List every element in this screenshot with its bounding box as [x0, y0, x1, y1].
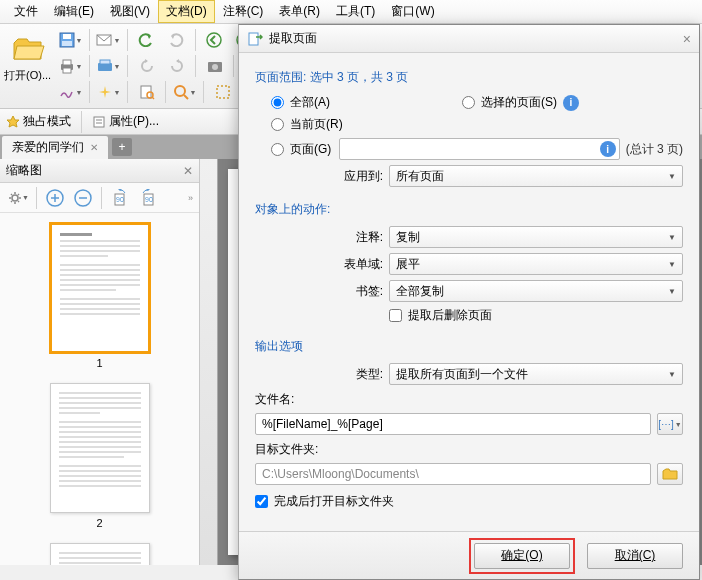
radio-all[interactable]: 全部(A): [271, 94, 330, 111]
info-icon[interactable]: i: [563, 95, 579, 111]
prev-button[interactable]: [201, 28, 228, 52]
scanner-icon: [97, 59, 113, 73]
thumbnail-list[interactable]: 1 2: [0, 213, 199, 565]
folder-input[interactable]: [255, 463, 651, 485]
radio-selected-input[interactable]: [462, 96, 475, 109]
sign-button[interactable]: ▼: [57, 80, 84, 104]
dialog-title: 提取页面: [269, 30, 317, 47]
svg-point-4: [207, 33, 221, 47]
open-after-checkbox[interactable]: 完成后打开目标文件夹: [255, 493, 394, 510]
document-tab[interactable]: 亲爱的同学们 ✕: [2, 136, 108, 159]
thumb-rotate-cw-button[interactable]: 90: [136, 186, 160, 210]
new-button[interactable]: ▼: [95, 80, 122, 104]
rotate-cw-icon: [169, 59, 185, 73]
find-button[interactable]: [133, 80, 160, 104]
folder-icon: [662, 467, 678, 481]
pages-input[interactable]: [339, 138, 620, 160]
delete-after-input[interactable]: [389, 309, 402, 322]
thumb-zoom-in-button[interactable]: [43, 186, 67, 210]
menu-form[interactable]: 表单(R): [271, 0, 328, 23]
properties-label: 属性(P)...: [109, 113, 159, 130]
menu-window[interactable]: 窗口(W): [383, 0, 442, 23]
folder-label: 目标文件夹:: [255, 441, 683, 458]
scan-button[interactable]: ▼: [95, 54, 122, 78]
thumbnail-close-icon[interactable]: ✕: [183, 164, 193, 178]
rotate-cw-button[interactable]: [163, 54, 190, 78]
menu-comment[interactable]: 注释(C): [215, 0, 272, 23]
star-icon: [6, 115, 20, 129]
thumbnail-item[interactable]: [10, 543, 189, 565]
folder-browse-button[interactable]: [657, 463, 683, 485]
thumbnail-toolbar: ▼ 90 90 »: [0, 183, 199, 213]
thumb-more-icon[interactable]: »: [188, 193, 193, 203]
select-area-button[interactable]: [209, 80, 236, 104]
thumbnail-page[interactable]: [50, 383, 150, 513]
apply-to-select[interactable]: 所有页面▼: [389, 165, 683, 187]
delete-after-checkbox[interactable]: 提取后删除页面: [389, 307, 492, 324]
thumbnail-item[interactable]: 1: [10, 223, 189, 369]
radio-selected[interactable]: 选择的页面(S): [462, 94, 557, 111]
extract-pages-dialog: 提取页面 × 页面范围: 选中 3 页，共 3 页 全部(A) 选择的页面(S)…: [238, 24, 700, 580]
email-button[interactable]: ▼: [95, 28, 122, 52]
properties-button[interactable]: 属性(P)...: [92, 113, 159, 130]
form-label: 表单域:: [325, 256, 383, 273]
type-label: 类型:: [325, 366, 383, 383]
undo-button[interactable]: [133, 28, 160, 52]
radio-all-input[interactable]: [271, 96, 284, 109]
thumbnail-page[interactable]: [50, 543, 150, 565]
gear-icon: [7, 190, 21, 206]
dialog-titlebar[interactable]: 提取页面 ×: [239, 25, 699, 53]
thumbnail-number: 1: [10, 357, 189, 369]
rotate-cw-icon: 90: [139, 189, 157, 207]
open-button[interactable]: [8, 28, 48, 68]
svg-rect-2: [62, 41, 72, 46]
radio-pages-input[interactable]: [271, 143, 284, 156]
dialog-close-button[interactable]: ×: [683, 31, 691, 47]
redo-button[interactable]: [163, 28, 190, 52]
svg-line-16: [152, 97, 154, 99]
filename-input[interactable]: [255, 413, 651, 435]
zoom-in-icon: [46, 189, 64, 207]
save-icon: [59, 32, 75, 48]
cancel-button[interactable]: 取消(C): [587, 543, 683, 569]
menu-view[interactable]: 视图(V): [102, 0, 158, 23]
ok-button[interactable]: 确定(O): [474, 543, 570, 569]
menu-edit[interactable]: 编辑(E): [46, 0, 102, 23]
radio-pages[interactable]: 页面(G): [271, 141, 333, 158]
exclusive-mode-toggle[interactable]: 独占模式: [6, 113, 71, 130]
menu-file[interactable]: 文件: [6, 0, 46, 23]
svg-rect-8: [63, 68, 71, 73]
camera-icon: [207, 59, 223, 73]
rotate-ccw-button[interactable]: [133, 54, 160, 78]
form-select[interactable]: 展平▼: [389, 253, 683, 275]
folder-open-icon: [11, 33, 45, 63]
comment-label: 注释:: [325, 229, 383, 246]
tab-add-button[interactable]: +: [112, 138, 132, 156]
exclusive-mode-label: 独占模式: [23, 113, 71, 130]
thumbnail-item[interactable]: 2: [10, 383, 189, 529]
bookmark-select[interactable]: 全部复制▼: [389, 280, 683, 302]
print-button[interactable]: ▼: [57, 54, 84, 78]
comment-select[interactable]: 复制▼: [389, 226, 683, 248]
svg-rect-33: [249, 33, 258, 45]
search-button[interactable]: ▼: [171, 80, 198, 104]
thumb-options-button[interactable]: ▼: [6, 186, 30, 210]
radio-current[interactable]: 当前页(R): [271, 116, 343, 133]
save-button[interactable]: ▼: [57, 28, 84, 52]
filename-macro-button[interactable]: [⋯]▼: [657, 413, 683, 435]
tab-close-icon[interactable]: ✕: [90, 142, 98, 153]
thumbnail-page[interactable]: [50, 223, 150, 353]
thumb-rotate-ccw-button[interactable]: 90: [108, 186, 132, 210]
menu-document[interactable]: 文档(D): [158, 0, 215, 23]
info-icon[interactable]: i: [600, 141, 616, 157]
bookmark-label: 书签:: [325, 283, 383, 300]
radio-current-input[interactable]: [271, 118, 284, 131]
signature-icon: [59, 84, 75, 100]
open-after-input[interactable]: [255, 495, 268, 508]
tab-title: 亲爱的同学们: [12, 139, 84, 156]
thumb-zoom-out-button[interactable]: [71, 186, 95, 210]
type-select[interactable]: 提取所有页面到一个文件▼: [389, 363, 683, 385]
svg-rect-19: [217, 86, 229, 98]
menu-tool[interactable]: 工具(T): [328, 0, 383, 23]
snapshot-button[interactable]: [201, 54, 228, 78]
